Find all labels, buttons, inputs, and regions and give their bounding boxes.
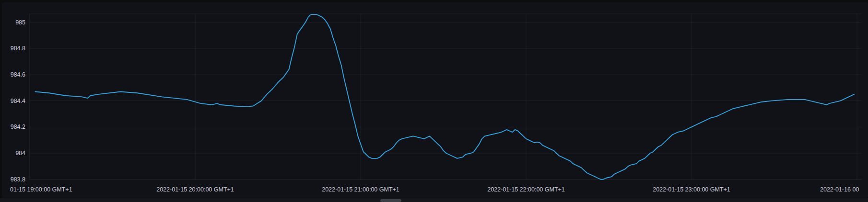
scrollbar-track[interactable] xyxy=(0,198,868,202)
y-tick-label: 984.4 xyxy=(1,98,25,104)
y-tick-label: 983.8 xyxy=(1,176,25,183)
series-line xyxy=(35,14,855,180)
scrollbar-thumb[interactable] xyxy=(380,199,401,202)
line-chart xyxy=(0,0,868,202)
y-tick-label: 984.6 xyxy=(1,71,25,78)
x-tick-label: 2022-01-16 00 xyxy=(820,186,859,193)
plot-area[interactable]: 985984.8984.6984.4984.2984983.8 01-15 19… xyxy=(0,0,868,202)
y-tick-label: 984.8 xyxy=(1,45,25,52)
x-tick-label: 2022-01-15 22:00:00 GMT+1 xyxy=(487,186,565,193)
x-tick-label: 2022-01-15 23:00:00 GMT+1 xyxy=(653,186,730,193)
x-tick-label: 2022-01-15 21:00:00 GMT+1 xyxy=(322,186,399,193)
y-tick-label: 984 xyxy=(1,150,25,157)
x-tick-label: 01-15 19:00:00 GMT+1 xyxy=(10,186,72,193)
x-tick-label: 2022-01-15 20:00:00 GMT+1 xyxy=(156,186,234,193)
y-tick-label: 984.2 xyxy=(1,123,25,130)
y-tick-label: 985 xyxy=(1,19,25,26)
